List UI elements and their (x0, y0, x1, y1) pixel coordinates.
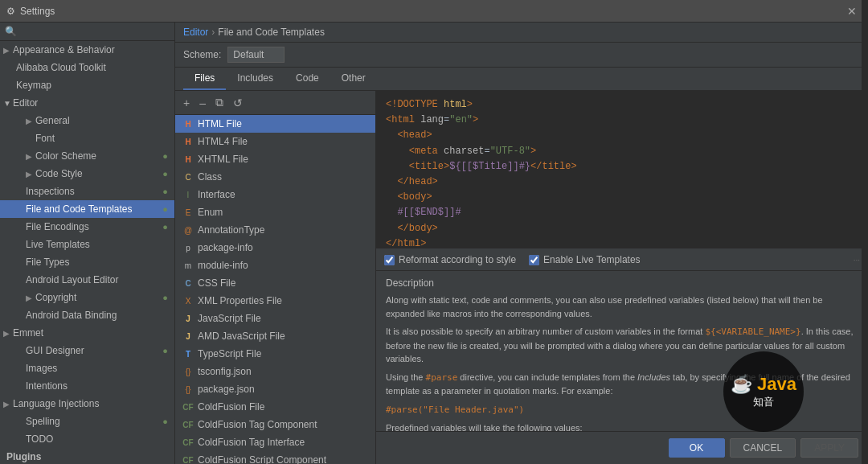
package-json-icon: {} (182, 383, 194, 396)
html-file-icon: H (182, 117, 194, 130)
file-item-annotation[interactable]: @ AnnotationType (175, 221, 375, 239)
tab-includes[interactable]: Includes (226, 68, 285, 90)
file-item-tsconfig[interactable]: {} tsconfig.json (175, 363, 375, 380)
annotation-file-icon: @ (182, 224, 194, 236)
file-item-label: package-info (198, 242, 253, 253)
sidebar-item-emmet[interactable]: ▶ Emmet (0, 324, 174, 342)
scheme-bar: Scheme: Default Project (175, 43, 868, 68)
file-item-html4[interactable]: H HTML4 File (175, 133, 375, 150)
file-item-xhtml[interactable]: H XHTML File (175, 150, 375, 168)
sidebar-item-lang-inject[interactable]: ▶ Language Injections (0, 395, 174, 413)
file-item-ts[interactable]: T TypeScript File (175, 345, 375, 363)
description-title: Description (386, 277, 858, 289)
sidebar-item-code-style[interactable]: ▶ Code Style ● (0, 165, 174, 183)
reformat-checkbox[interactable] (384, 255, 395, 265)
sidebar-item-spelling[interactable]: Spelling ● (0, 413, 174, 430)
ok-button[interactable]: OK (669, 438, 725, 458)
reformat-option[interactable]: Reformat according to style (384, 254, 516, 265)
file-item-class[interactable]: C Class (175, 168, 375, 186)
sidebar-item-font[interactable]: Font (0, 129, 174, 147)
scheme-dropdown[interactable]: Default Project (227, 47, 285, 63)
sidebar-item-plugins[interactable]: Plugins (0, 448, 174, 464)
file-item-label: ColdFusion Tag Interface (198, 437, 305, 448)
sidebar-item-copyright[interactable]: ▶ Copyright ● (0, 289, 174, 306)
file-item-module-info[interactable]: m module-info (175, 257, 375, 274)
file-item-amd-js[interactable]: J AMD JavaScript File (175, 327, 375, 345)
file-item-cf[interactable]: CF ColdFusion File (175, 398, 375, 416)
sidebar-item-appearance[interactable]: ▶ Appearance & Behavior (0, 41, 174, 59)
sidebar-item-inspections[interactable]: Inspections ● (0, 183, 174, 200)
tab-code[interactable]: Code (285, 68, 330, 90)
sidebar-item-android-layout[interactable]: Android Layout Editor (0, 271, 174, 289)
cancel-button[interactable]: CANCEL (730, 438, 796, 458)
file-item-package-info[interactable]: p package-info (175, 239, 375, 257)
tab-other[interactable]: Other (330, 68, 377, 90)
sidebar-label: File and Code Templates (26, 203, 133, 215)
file-item-label: HTML File (198, 118, 242, 129)
amd-js-file-icon: J (182, 330, 194, 343)
file-item-css[interactable]: C CSS File (175, 274, 375, 292)
settings-window: ⚙ Settings ✕ 🔍 ▶ Appearance & Behavior A… (0, 0, 868, 464)
file-item-html[interactable]: H HTML File (175, 115, 375, 133)
editor-panel: <!DOCTYPE html> <html lang="en"> <head> … (376, 91, 868, 248)
breadcrumb: Editor › File and Code Templates (175, 23, 868, 43)
sidebar-item-file-templates[interactable]: File and Code Templates ● (0, 200, 174, 218)
cf-script-comp-icon: CF (182, 454, 194, 464)
indicator-icon: ● (162, 346, 168, 355)
sidebar-item-alibaba[interactable]: Alibaba Cloud Toolkit (0, 59, 174, 76)
title-bar: ⚙ Settings ✕ (0, 0, 868, 23)
sidebar-search[interactable]: 🔍 (0, 23, 174, 41)
sidebar-item-file-encodings[interactable]: File Encodings ● (0, 218, 174, 236)
file-item-interface[interactable]: I Interface (175, 186, 375, 203)
copy-file-button[interactable]: ⧉ (212, 94, 227, 111)
sidebar-item-android-data[interactable]: Android Data Binding (0, 306, 174, 324)
breadcrumb-page: File and Code Templates (218, 27, 325, 38)
live-templates-checkbox[interactable] (529, 255, 539, 265)
file-item-enum[interactable]: E Enum (175, 203, 375, 221)
sidebar-item-keymap[interactable]: Keymap (0, 76, 174, 94)
indicator-icon: ● (162, 222, 168, 232)
sidebar-search-input[interactable] (20, 26, 170, 37)
sidebar-item-live-templates[interactable]: Live Templates (0, 236, 174, 253)
apply-button[interactable]: APPLY (800, 438, 858, 458)
ts-file-icon: T (182, 347, 194, 360)
sidebar-label: GUI Designer (26, 345, 84, 356)
file-item-label: TypeScript File (198, 348, 261, 359)
file-item-cf-tag-comp[interactable]: CF ColdFusion Tag Component (175, 416, 375, 433)
sidebar-item-editor[interactable]: ▼ Editor (0, 94, 174, 112)
live-templates-option[interactable]: Enable Live Templates (529, 254, 641, 265)
sidebar-item-color-scheme[interactable]: ▶ Color Scheme ● (0, 147, 174, 165)
sidebar-label: Spelling (26, 416, 60, 427)
enum-file-icon: E (182, 206, 194, 219)
arrow-icon: ▼ (3, 99, 13, 108)
file-item-package-json[interactable]: {} package.json (175, 380, 375, 398)
cf-tag-comp-icon: CF (182, 418, 194, 431)
xhtml-file-icon: H (182, 153, 194, 166)
remove-file-button[interactable]: – (196, 95, 209, 111)
file-item-cf-script-comp[interactable]: CF ColdFusion Script Component (175, 451, 375, 464)
sidebar-label: Appearance & Behavior (13, 44, 115, 55)
sidebar-label: TODO (26, 433, 53, 445)
file-item-xml-props[interactable]: X XML Properties File (175, 292, 375, 310)
sidebar-label: Color Scheme (35, 150, 96, 162)
sidebar-item-file-types[interactable]: File Types (0, 253, 174, 271)
sidebar-item-gui-designer[interactable]: GUI Designer ● (0, 342, 174, 359)
indicator-icon: ● (162, 204, 168, 214)
sidebar-item-images[interactable]: Images (0, 359, 174, 377)
close-button[interactable]: ✕ (842, 3, 862, 19)
tab-files[interactable]: Files (183, 68, 226, 90)
code-editor[interactable]: <!DOCTYPE html> <html lang="en"> <head> … (376, 91, 868, 248)
add-file-button[interactable]: + (180, 95, 193, 111)
cf-tag-if-icon: CF (182, 436, 194, 449)
breadcrumb-editor[interactable]: Editor (183, 27, 208, 38)
sidebar-item-todo[interactable]: TODO (0, 430, 174, 448)
file-item-cf-tag-if[interactable]: CF ColdFusion Tag Interface (175, 433, 375, 451)
file-item-label: AnnotationType (198, 224, 264, 236)
file-item-js[interactable]: J JavaScript File (175, 310, 375, 327)
reset-file-button[interactable]: ↺ (230, 95, 246, 111)
sidebar-label: Font (35, 133, 55, 144)
sidebar-item-intentions[interactable]: Intentions (0, 377, 174, 395)
sidebar-label: Alibaba Cloud Toolkit (16, 62, 106, 73)
sidebar-item-general[interactable]: ▶ General (0, 112, 174, 129)
scheme-select[interactable]: Default Project (227, 47, 285, 63)
